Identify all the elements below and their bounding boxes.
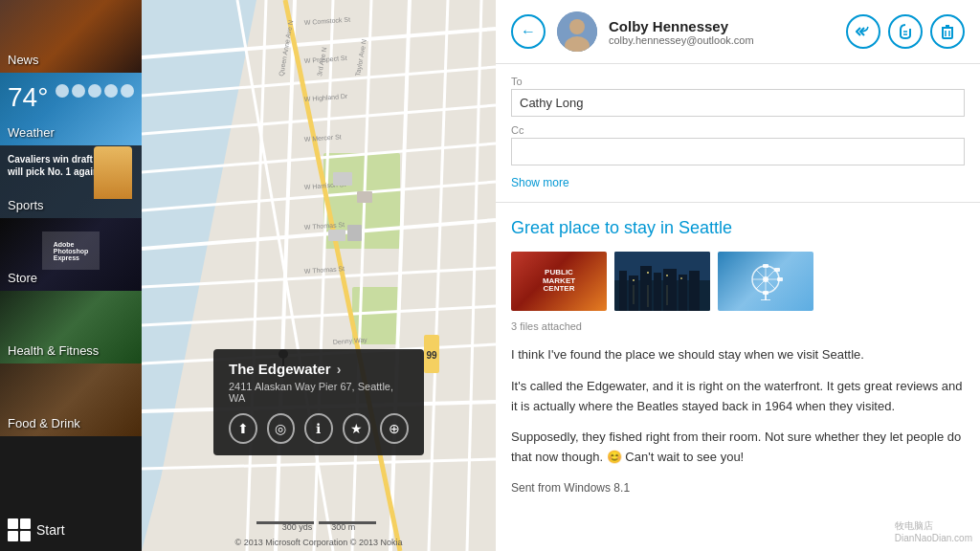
sidebar: News 74° Weather Cavaliers win draft lot… [0, 0, 142, 551]
email-body: Great place to stay in Seattle PUBLICMAR… [496, 203, 980, 551]
sender-info: Colby Hennessey colby.hennessey@outlook.… [609, 18, 835, 46]
map-popup-actions: ⬆ ◎ ℹ ★ ⊕ [229, 413, 409, 444]
back-button[interactable]: ← [511, 14, 546, 49]
attachment-thumb-1[interactable]: PUBLICMARKETCENTER [511, 252, 607, 311]
email-panel: ← Colby Hennessey colby.hennessey@outloo… [496, 0, 980, 551]
sender-email-address: colby.hennessey@outlook.com [609, 34, 835, 46]
email-para-3: Supposedly, they fished right from their… [511, 428, 965, 468]
popup-title-text: The Edgewater [229, 361, 331, 377]
svg-rect-60 [654, 273, 661, 311]
store-logo: AdobePhotoshopExpress [42, 231, 100, 270]
sidebar-item-weather[interactable]: 74° Weather [0, 73, 142, 145]
svg-rect-50 [943, 28, 952, 38]
sidebar-item-food-label: Food & Drink [8, 416, 80, 430]
cc-label: Cc [511, 124, 965, 136]
cc-input[interactable] [511, 138, 965, 165]
sender-avatar [557, 11, 597, 52]
sidebar-item-store[interactable]: AdobePhotoshopExpress Store [0, 218, 142, 291]
popup-arrow-icon: › [337, 362, 342, 377]
sidebar-item-store-label: Store [8, 271, 37, 285]
svg-rect-38 [347, 225, 362, 241]
map-panel: 99 W Comstock St W Prospect St W Highlan… [142, 0, 496, 551]
svg-rect-62 [679, 275, 687, 311]
svg-rect-78 [774, 268, 780, 272]
email-subject: Great place to stay in Seattle [511, 218, 965, 238]
svg-rect-61 [663, 269, 677, 311]
sidebar-item-news-label: News [8, 53, 39, 67]
sidebar-item-sports[interactable]: Cavaliers win draft lottery; will pick N… [0, 145, 142, 218]
svg-rect-37 [328, 230, 345, 241]
svg-rect-77 [763, 264, 768, 268]
cc-field: Cc [511, 124, 965, 165]
attachment-button[interactable] [888, 14, 923, 49]
map-svg: 99 W Comstock St W Prospect St W Highlan… [142, 0, 496, 551]
email-para-2: It's called the Edgewater, and it is rig… [511, 377, 965, 417]
svg-rect-40 [357, 191, 372, 203]
map-copyright: © 2013 Microsoft Corporation © 2013 Noki… [235, 538, 403, 547]
weather-icons [56, 84, 134, 98]
scale-meters: 300 m [331, 522, 355, 532]
star-icon[interactable]: ★ [343, 413, 371, 444]
map-scale: 300 yds 300 m [282, 522, 356, 532]
svg-rect-57 [619, 271, 627, 311]
svg-rect-59 [640, 266, 652, 311]
map-popup: The Edgewater › 2411 Alaskan Way Pier 67… [213, 349, 424, 455]
rotate-icon[interactable]: ◎ [267, 413, 296, 444]
sidebar-item-news[interactable]: News [0, 0, 142, 73]
start-icon [8, 518, 31, 541]
start-button[interactable]: Start [8, 518, 65, 541]
email-para-1: I think I've found the place we should s… [511, 345, 965, 365]
sidebar-item-health-label: Health & Fitness [8, 343, 99, 358]
sidebar-item-health[interactable]: Health & Fitness [0, 291, 142, 364]
market-sign: PUBLICMARKETCENTER [543, 269, 575, 294]
ferris-wheel-svg [746, 262, 785, 300]
svg-text:99: 99 [426, 350, 437, 361]
email-header: ← Colby Hennessey colby.hennessey@outloo… [496, 0, 980, 64]
attachment-thumb-2[interactable] [614, 252, 710, 311]
svg-rect-63 [689, 271, 700, 311]
svg-point-46 [569, 19, 585, 34]
attachment-thumb-3[interactable] [718, 252, 813, 311]
to-field: To [511, 76, 965, 117]
svg-point-65 [647, 272, 649, 274]
email-compose: To Cc Show more [496, 64, 980, 203]
delete-button[interactable] [930, 14, 965, 49]
attachments-row: PUBLICMARKETCENTER [511, 252, 965, 311]
info-icon[interactable]: ℹ [304, 413, 333, 444]
email-signature: Sent from Windows 8.1 [511, 479, 965, 497]
reply-all-button[interactable] [846, 14, 880, 49]
share-icon[interactable]: ⊕ [380, 413, 409, 444]
sidebar-item-food[interactable]: Food & Drink [0, 364, 142, 436]
header-actions [846, 14, 965, 49]
sender-name: Colby Hennessey [609, 18, 835, 34]
navigate-icon[interactable]: ⬆ [229, 413, 257, 444]
scale-yards: 300 yds [282, 522, 313, 532]
email-body-text: I think I've found the place we should s… [511, 345, 965, 497]
sidebar-bottom: Start [0, 436, 142, 551]
watermark: 牧电脑店DianNaoDian.com [895, 519, 972, 543]
sidebar-item-sports-label: Sports [8, 198, 44, 212]
to-label: To [511, 76, 965, 87]
map-popup-address: 2411 Alaskan Way Pier 67, Seattle, WA [229, 381, 409, 404]
svg-rect-79 [777, 277, 783, 281]
to-input[interactable] [511, 89, 965, 117]
files-count: 3 files attached [511, 320, 965, 332]
sidebar-item-weather-label: Weather [8, 125, 55, 140]
svg-rect-39 [333, 172, 352, 186]
start-label: Start [36, 522, 65, 538]
svg-point-66 [666, 275, 668, 276]
show-more-link[interactable]: Show more [511, 176, 569, 189]
map-popup-title: The Edgewater › [229, 361, 409, 377]
svg-point-64 [633, 279, 635, 281]
weather-temp: 74° [8, 82, 48, 113]
svg-point-67 [680, 277, 682, 279]
